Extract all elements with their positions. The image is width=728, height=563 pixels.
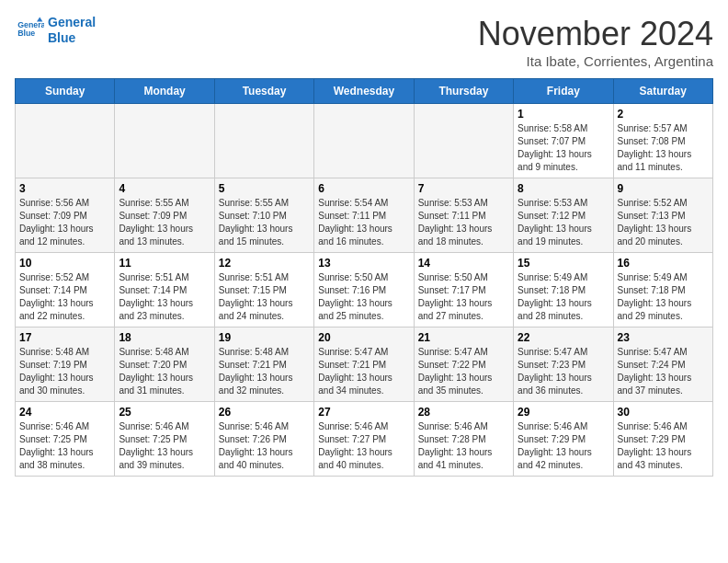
day-info: Sunrise: 5:46 AMSunset: 7:27 PMDaylight:… bbox=[318, 420, 409, 472]
day-number: 7 bbox=[418, 182, 509, 195]
header-wednesday: Wednesday bbox=[314, 79, 414, 104]
header-friday: Friday bbox=[514, 79, 613, 104]
cell-w5-d6: 30Sunrise: 5:46 AMSunset: 7:29 PMDayligh… bbox=[613, 402, 712, 477]
header-saturday: Saturday bbox=[613, 79, 712, 104]
day-info: Sunrise: 5:51 AMSunset: 7:14 PMDaylight:… bbox=[119, 271, 210, 323]
day-info: Sunrise: 5:56 AMSunset: 7:09 PMDaylight:… bbox=[19, 197, 110, 248]
day-number: 21 bbox=[418, 331, 509, 344]
cell-w4-d5: 22Sunrise: 5:47 AMSunset: 7:23 PMDayligh… bbox=[514, 327, 613, 402]
day-info: Sunrise: 5:55 AMSunset: 7:09 PMDaylight:… bbox=[119, 197, 210, 248]
logo-line1: General bbox=[48, 15, 96, 29]
day-number: 27 bbox=[318, 406, 409, 419]
cell-w3-d0: 10Sunrise: 5:52 AMSunset: 7:14 PMDayligh… bbox=[16, 253, 115, 327]
day-info: Sunrise: 5:49 AMSunset: 7:18 PMDaylight:… bbox=[618, 271, 709, 323]
month-title: November 2024 bbox=[478, 15, 713, 53]
cell-w2-d0: 3Sunrise: 5:56 AMSunset: 7:09 PMDaylight… bbox=[16, 178, 115, 253]
cell-w4-d2: 19Sunrise: 5:48 AMSunset: 7:21 PMDayligh… bbox=[214, 327, 313, 402]
day-info: Sunrise: 5:46 AMSunset: 7:29 PMDaylight:… bbox=[518, 420, 609, 472]
cell-w5-d5: 29Sunrise: 5:46 AMSunset: 7:29 PMDayligh… bbox=[514, 402, 613, 477]
cell-w2-d1: 4Sunrise: 5:55 AMSunset: 7:09 PMDaylight… bbox=[115, 178, 214, 253]
day-number: 19 bbox=[219, 331, 310, 344]
cell-w1-d2 bbox=[214, 104, 313, 178]
location-title: Ita Ibate, Corrientes, Argentina bbox=[478, 53, 713, 69]
day-number: 16 bbox=[618, 257, 709, 270]
day-info: Sunrise: 5:53 AMSunset: 7:11 PMDaylight:… bbox=[418, 197, 509, 248]
calendar-body: 1Sunrise: 5:58 AMSunset: 7:07 PMDaylight… bbox=[16, 104, 713, 477]
header-thursday: Thursday bbox=[414, 79, 513, 104]
day-number: 15 bbox=[518, 257, 609, 270]
day-number: 28 bbox=[418, 406, 509, 419]
day-number: 24 bbox=[19, 406, 110, 419]
week-row-2: 3Sunrise: 5:56 AMSunset: 7:09 PMDaylight… bbox=[16, 178, 713, 253]
day-info: Sunrise: 5:48 AMSunset: 7:20 PMDaylight:… bbox=[119, 346, 210, 397]
cell-w1-d3 bbox=[314, 104, 414, 178]
day-info: Sunrise: 5:46 AMSunset: 7:26 PMDaylight:… bbox=[219, 420, 310, 472]
logo-line2: Blue bbox=[48, 30, 75, 45]
cell-w4-d6: 23Sunrise: 5:47 AMSunset: 7:24 PMDayligh… bbox=[613, 327, 712, 402]
cell-w5-d4: 28Sunrise: 5:46 AMSunset: 7:28 PMDayligh… bbox=[414, 402, 513, 477]
cell-w5-d1: 25Sunrise: 5:46 AMSunset: 7:25 PMDayligh… bbox=[115, 402, 214, 477]
day-number: 29 bbox=[518, 406, 609, 419]
day-number: 9 bbox=[618, 182, 709, 195]
header: General Blue General Blue November 2024 … bbox=[15, 15, 713, 69]
day-info: Sunrise: 5:53 AMSunset: 7:12 PMDaylight:… bbox=[518, 197, 609, 248]
calendar-table: Sunday Monday Tuesday Wednesday Thursday… bbox=[15, 78, 713, 477]
day-number: 20 bbox=[318, 331, 409, 344]
cell-w1-d0 bbox=[16, 104, 115, 178]
cell-w5-d2: 26Sunrise: 5:46 AMSunset: 7:26 PMDayligh… bbox=[214, 402, 313, 477]
day-number: 2 bbox=[618, 108, 709, 121]
day-number: 18 bbox=[119, 331, 210, 344]
day-number: 30 bbox=[618, 406, 709, 419]
week-row-1: 1Sunrise: 5:58 AMSunset: 7:07 PMDaylight… bbox=[16, 104, 713, 178]
title-section: November 2024 Ita Ibate, Corrientes, Arg… bbox=[478, 15, 713, 69]
day-info: Sunrise: 5:47 AMSunset: 7:22 PMDaylight:… bbox=[418, 346, 509, 397]
header-tuesday: Tuesday bbox=[214, 79, 313, 104]
day-info: Sunrise: 5:52 AMSunset: 7:14 PMDaylight:… bbox=[19, 271, 110, 323]
cell-w3-d3: 13Sunrise: 5:50 AMSunset: 7:16 PMDayligh… bbox=[314, 253, 414, 327]
logo-icon: General Blue bbox=[15, 16, 44, 45]
day-number: 6 bbox=[318, 182, 409, 195]
cell-w4-d0: 17Sunrise: 5:48 AMSunset: 7:19 PMDayligh… bbox=[16, 327, 115, 402]
cell-w3-d2: 12Sunrise: 5:51 AMSunset: 7:15 PMDayligh… bbox=[214, 253, 313, 327]
day-info: Sunrise: 5:50 AMSunset: 7:16 PMDaylight:… bbox=[318, 271, 409, 323]
logo-text: General Blue bbox=[48, 15, 96, 46]
header-sunday: Sunday bbox=[16, 79, 115, 104]
svg-text:Blue: Blue bbox=[17, 29, 35, 38]
day-number: 12 bbox=[219, 257, 310, 270]
day-info: Sunrise: 5:46 AMSunset: 7:28 PMDaylight:… bbox=[418, 420, 509, 472]
calendar-header: Sunday Monday Tuesday Wednesday Thursday… bbox=[16, 79, 713, 104]
cell-w4-d1: 18Sunrise: 5:48 AMSunset: 7:20 PMDayligh… bbox=[115, 327, 214, 402]
day-info: Sunrise: 5:46 AMSunset: 7:25 PMDaylight:… bbox=[19, 420, 110, 472]
cell-w1-d4 bbox=[414, 104, 513, 178]
cell-w1-d5: 1Sunrise: 5:58 AMSunset: 7:07 PMDaylight… bbox=[514, 104, 613, 178]
day-info: Sunrise: 5:52 AMSunset: 7:13 PMDaylight:… bbox=[618, 197, 709, 248]
week-row-5: 24Sunrise: 5:46 AMSunset: 7:25 PMDayligh… bbox=[16, 402, 713, 477]
day-number: 14 bbox=[418, 257, 509, 270]
day-number: 5 bbox=[219, 182, 310, 195]
cell-w2-d5: 8Sunrise: 5:53 AMSunset: 7:12 PMDaylight… bbox=[514, 178, 613, 253]
cell-w1-d6: 2Sunrise: 5:57 AMSunset: 7:08 PMDaylight… bbox=[613, 104, 712, 178]
day-info: Sunrise: 5:46 AMSunset: 7:25 PMDaylight:… bbox=[119, 420, 210, 472]
day-info: Sunrise: 5:54 AMSunset: 7:11 PMDaylight:… bbox=[318, 197, 409, 248]
day-number: 11 bbox=[119, 257, 210, 270]
day-info: Sunrise: 5:58 AMSunset: 7:07 PMDaylight:… bbox=[518, 122, 609, 174]
day-number: 22 bbox=[518, 331, 609, 344]
cell-w3-d5: 15Sunrise: 5:49 AMSunset: 7:18 PMDayligh… bbox=[514, 253, 613, 327]
day-number: 1 bbox=[518, 108, 609, 121]
cell-w3-d1: 11Sunrise: 5:51 AMSunset: 7:14 PMDayligh… bbox=[115, 253, 214, 327]
day-number: 17 bbox=[19, 331, 110, 344]
day-info: Sunrise: 5:49 AMSunset: 7:18 PMDaylight:… bbox=[518, 271, 609, 323]
day-number: 10 bbox=[19, 257, 110, 270]
day-number: 13 bbox=[318, 257, 409, 270]
cell-w2-d6: 9Sunrise: 5:52 AMSunset: 7:13 PMDaylight… bbox=[613, 178, 712, 253]
day-number: 26 bbox=[219, 406, 310, 419]
day-info: Sunrise: 5:47 AMSunset: 7:24 PMDaylight:… bbox=[618, 346, 709, 397]
cell-w2-d4: 7Sunrise: 5:53 AMSunset: 7:11 PMDaylight… bbox=[414, 178, 513, 253]
day-info: Sunrise: 5:50 AMSunset: 7:17 PMDaylight:… bbox=[418, 271, 509, 323]
cell-w2-d2: 5Sunrise: 5:55 AMSunset: 7:10 PMDaylight… bbox=[214, 178, 313, 253]
day-number: 3 bbox=[19, 182, 110, 195]
week-row-4: 17Sunrise: 5:48 AMSunset: 7:19 PMDayligh… bbox=[16, 327, 713, 402]
day-number: 25 bbox=[119, 406, 210, 419]
cell-w4-d4: 21Sunrise: 5:47 AMSunset: 7:22 PMDayligh… bbox=[414, 327, 513, 402]
day-number: 8 bbox=[518, 182, 609, 195]
